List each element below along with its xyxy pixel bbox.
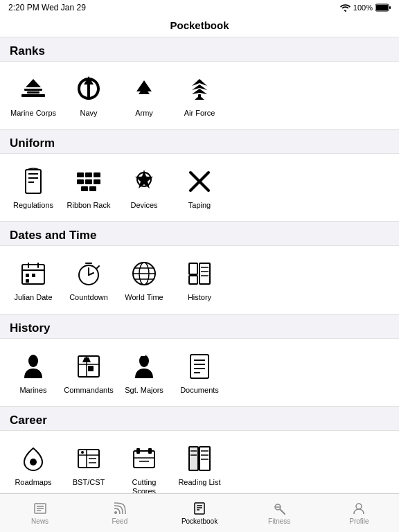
svg-marker-60	[82, 357, 91, 362]
item-documents[interactable]: Documents	[172, 346, 227, 399]
tab-pocketbook[interactable]: Pocketbook	[159, 494, 239, 532]
item-roadmaps[interactable]: Roadmaps	[6, 438, 61, 493]
wifi-icon	[340, 3, 351, 12]
item-navy[interactable]: Navy	[61, 69, 116, 122]
tab-bar: News Feed Pocketbook Fitness Profile	[0, 493, 399, 532]
item-ribbon-rack[interactable]: Ribbon Rack	[61, 161, 116, 214]
army-icon	[127, 73, 161, 106]
svg-rect-23	[77, 179, 84, 184]
news-icon	[33, 501, 48, 516]
section-header-history: History	[0, 314, 399, 338]
svg-marker-15	[195, 96, 204, 100]
svg-rect-3	[21, 94, 45, 97]
julian-date-label: Julian Date	[14, 293, 52, 302]
svg-rect-6	[27, 91, 39, 94]
svg-rect-26	[81, 186, 88, 191]
marines-label: Marines	[19, 386, 46, 395]
tab-feed[interactable]: Feed	[80, 494, 159, 532]
svg-point-69	[30, 459, 37, 466]
item-world-time[interactable]: World Time	[116, 253, 172, 306]
svg-rect-83	[200, 447, 210, 470]
marines-icon	[17, 350, 50, 383]
navy-icon	[72, 73, 105, 106]
navy-label: Navy	[80, 109, 97, 118]
devices-label: Devices	[130, 201, 157, 210]
svg-line-42	[89, 273, 94, 275]
cutting-scores-label: Cutting Scores	[119, 478, 169, 493]
tab-profile[interactable]: Profile	[319, 494, 399, 532]
item-regulations[interactable]: Regulations	[6, 161, 61, 214]
content-area: Ranks Marine Corps Navy Army Air Force	[0, 37, 399, 493]
documents-label: Documents	[180, 386, 219, 395]
regulations-icon	[17, 165, 50, 198]
svg-rect-51	[189, 276, 197, 284]
regulations-label: Regulations	[13, 201, 53, 210]
svg-rect-61	[88, 366, 94, 371]
item-countdown[interactable]: Countdown	[61, 253, 116, 306]
item-devices[interactable]: Devices	[116, 161, 172, 214]
item-bst-cst[interactable]: BST/CST	[61, 438, 116, 493]
svg-rect-20	[77, 172, 84, 177]
svg-rect-116	[195, 503, 204, 514]
battery-icon	[375, 3, 391, 12]
section-header-uniform: Uniform	[0, 130, 399, 153]
pocketbook-icon	[192, 501, 207, 516]
item-air-force[interactable]: Air Force	[172, 69, 227, 122]
item-reading-list[interactable]: Reading List	[172, 438, 227, 493]
tab-fitness[interactable]: Fitness	[240, 494, 319, 532]
svg-point-62	[139, 355, 149, 367]
item-marines[interactable]: Marines	[6, 346, 61, 399]
item-history-dates[interactable]: History	[172, 253, 227, 306]
history-dates-label: History	[188, 293, 211, 302]
devices-icon	[127, 165, 161, 198]
tab-feed-label: Feed	[112, 517, 127, 525]
profile-icon	[351, 501, 366, 516]
svg-rect-78	[148, 448, 152, 454]
julian-date-icon	[17, 257, 50, 290]
tab-news[interactable]: News	[0, 494, 80, 532]
commandants-label: Commandants	[64, 386, 114, 395]
battery-label: 100%	[353, 3, 373, 12]
svg-rect-77	[136, 448, 140, 454]
status-time: 2:20 PM Wed Jan 29	[8, 3, 86, 12]
svg-rect-22	[94, 172, 100, 177]
section-history: Marines Commandants Sgt. Majors Document…	[0, 338, 399, 407]
countdown-icon	[72, 257, 105, 290]
roadmaps-label: Roadmaps	[15, 478, 51, 487]
item-commandants[interactable]: Commandants	[61, 346, 116, 399]
section-career: Roadmaps BST/CST Cutting Scores Reading …	[0, 430, 399, 493]
reading-list-icon	[183, 442, 216, 475]
history-dates-icon	[183, 257, 216, 290]
bst-cst-icon	[72, 442, 105, 475]
status-indicators: 100%	[340, 3, 391, 12]
svg-marker-13	[192, 89, 207, 94]
tab-news-label: News	[31, 517, 48, 525]
air-force-icon	[183, 73, 216, 106]
item-sgt-majors[interactable]: Sgt. Majors	[116, 346, 172, 399]
ribbon-rack-label: Ribbon Rack	[67, 201, 111, 210]
section-header-dates: Dates and Time	[0, 222, 399, 245]
item-marine-corps[interactable]: Marine Corps	[6, 69, 61, 122]
sgt-majors-icon	[127, 350, 161, 383]
section-header-ranks: Ranks	[0, 37, 399, 61]
svg-rect-52	[200, 263, 210, 284]
world-time-icon	[127, 257, 161, 290]
svg-rect-2	[389, 6, 391, 9]
section-header-career: Career	[0, 407, 399, 430]
svg-line-121	[280, 509, 285, 514]
svg-rect-5	[24, 89, 42, 91]
tab-profile-label: Profile	[349, 517, 369, 525]
svg-rect-21	[85, 172, 92, 177]
item-cutting-scores[interactable]: Cutting Scores	[116, 438, 172, 493]
taping-icon	[183, 165, 216, 198]
sgt-majors-label: Sgt. Majors	[125, 386, 163, 395]
reading-list-label: Reading List	[178, 478, 220, 487]
item-julian-date[interactable]: Julian Date	[6, 253, 61, 306]
item-army[interactable]: Army	[116, 69, 172, 122]
bst-cst-label: BST/CST	[73, 478, 105, 487]
commandants-icon	[72, 350, 105, 383]
svg-marker-4	[26, 79, 41, 87]
taping-label: Taping	[188, 201, 211, 210]
svg-rect-82	[189, 447, 198, 470]
item-taping[interactable]: Taping	[172, 161, 227, 214]
